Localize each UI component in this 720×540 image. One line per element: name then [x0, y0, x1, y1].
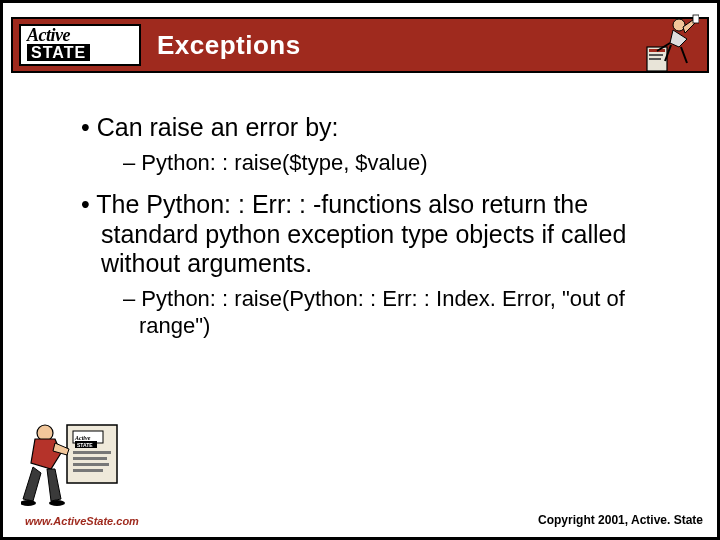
footer-copyright: Copyright 2001, Active. State	[538, 513, 703, 527]
svg-rect-14	[73, 469, 103, 472]
logo-text-active: Active	[27, 28, 139, 43]
mascot-bottom-icon: Active STATE	[21, 417, 121, 507]
bullet-text: Can raise an error by:	[97, 113, 339, 141]
mascot-icon	[641, 13, 699, 79]
svg-rect-5	[693, 15, 699, 23]
svg-rect-13	[73, 463, 109, 466]
svg-point-4	[673, 19, 685, 31]
bullet-text: Python: : raise(Python: : Err: : Index. …	[139, 286, 625, 339]
svg-rect-3	[649, 58, 661, 60]
title-bar: Active STATE Exceptions	[11, 17, 709, 73]
svg-point-16	[21, 500, 36, 506]
footer-url: www.ActiveState.com	[25, 515, 139, 527]
bullet-text: Python: : raise($type, $value)	[141, 150, 427, 175]
bullet-level-1: The Python: : Err: : -functions also ret…	[101, 190, 677, 279]
slide-content: Can raise an error by: Python: : raise($…	[63, 99, 677, 340]
svg-text:STATE: STATE	[77, 442, 93, 448]
bullet-level-2: Python: : raise(Python: : Err: : Index. …	[139, 285, 677, 340]
logo-text-state: STATE	[27, 44, 90, 62]
svg-rect-11	[73, 451, 111, 454]
activestate-logo: Active STATE	[19, 24, 141, 66]
svg-point-17	[49, 500, 65, 506]
bullet-level-1: Can raise an error by:	[101, 113, 677, 143]
svg-rect-2	[649, 54, 663, 56]
svg-rect-12	[73, 457, 107, 460]
bullet-text: The Python: : Err: : -functions also ret…	[96, 190, 626, 277]
slide-title: Exceptions	[157, 30, 301, 61]
svg-text:Active: Active	[74, 435, 91, 441]
bullet-level-2: Python: : raise($type, $value)	[139, 149, 677, 177]
